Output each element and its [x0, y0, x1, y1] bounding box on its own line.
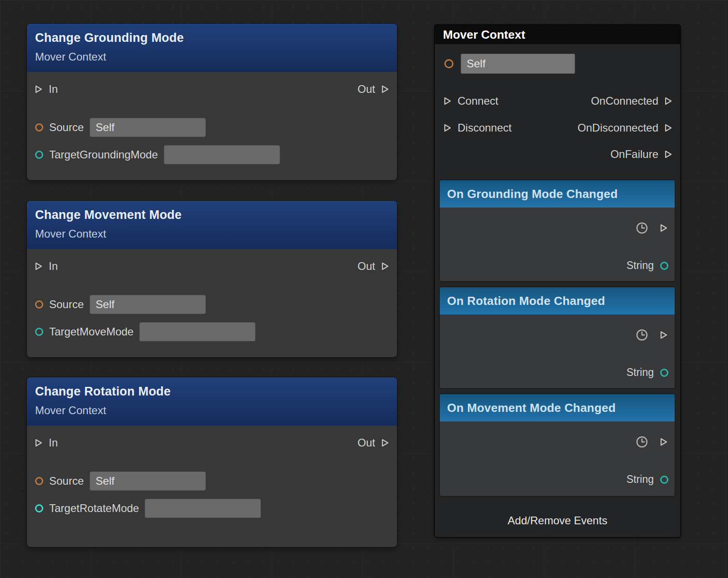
- disconnect-label: Disconnect: [458, 122, 512, 134]
- node-change-movement-mode[interactable]: Change Movement Mode Mover Context In Ou…: [27, 201, 397, 357]
- exec-in-label: In: [49, 436, 58, 449]
- target-input[interactable]: [139, 322, 255, 341]
- target-row: TargetGroundingMode: [35, 145, 280, 165]
- exec-row: In Out: [27, 81, 397, 97]
- exec-out-triangle-icon[interactable]: [381, 438, 390, 447]
- self-input[interactable]: Self: [461, 54, 575, 74]
- exec-in-triangle-icon[interactable]: [34, 85, 43, 94]
- exec-in-triangle-icon[interactable]: [34, 438, 43, 447]
- event-title: On Rotation Mode Changed: [447, 294, 605, 308]
- target-port-icon[interactable]: [35, 328, 43, 336]
- string-output-label: String: [626, 366, 654, 379]
- event-on-movement-mode-changed[interactable]: On Movement Mode Changed String: [440, 394, 675, 496]
- exec-out-port[interactable]: Out: [357, 83, 390, 96]
- source-label: Source: [49, 298, 84, 311]
- source-port-icon[interactable]: [35, 477, 43, 485]
- node-title: Change Rotation Mode: [35, 385, 389, 399]
- event-on-grounding-mode-changed[interactable]: On Grounding Mode Changed String: [440, 180, 675, 281]
- onfailure-label: OnFailure: [611, 148, 658, 161]
- node-change-grounding-mode[interactable]: Change Grounding Mode Mover Context In O…: [27, 24, 397, 180]
- graph-canvas[interactable]: Change Grounding Mode Mover Context In O…: [0, 0, 728, 578]
- exec-out-triangle-icon[interactable]: [664, 96, 673, 106]
- event-exec-row: [636, 436, 668, 448]
- target-label: TargetRotateMode: [49, 502, 139, 515]
- node-header[interactable]: Change Movement Mode Mover Context: [27, 201, 397, 249]
- event-on-rotation-mode-changed[interactable]: On Rotation Mode Changed String: [440, 287, 675, 388]
- target-input[interactable]: [145, 499, 261, 518]
- exec-out-label: Out: [357, 436, 375, 449]
- add-remove-events-button[interactable]: Add/Remove Events: [435, 514, 680, 527]
- source-port-icon[interactable]: [35, 300, 43, 309]
- exec-row: In Out: [27, 435, 397, 451]
- exec-in-port[interactable]: In: [34, 436, 58, 449]
- event-exec-row: [636, 222, 668, 234]
- onfailure-out-port[interactable]: OnFailure: [611, 148, 673, 161]
- exec-out-triangle-icon[interactable]: [664, 123, 673, 132]
- event-header[interactable]: On Grounding Mode Changed: [440, 180, 675, 208]
- disconnect-in-port[interactable]: Disconnect: [443, 122, 512, 134]
- source-input[interactable]: Self: [90, 295, 206, 314]
- exec-out-triangle-icon[interactable]: [659, 223, 668, 233]
- string-port-icon[interactable]: [660, 476, 668, 484]
- node-header[interactable]: Change Rotation Mode Mover Context: [27, 377, 397, 426]
- ondisconnected-out-port[interactable]: OnDisconnected: [578, 122, 673, 134]
- node-header[interactable]: Change Grounding Mode Mover Context: [27, 24, 397, 72]
- event-output-row: String: [626, 259, 668, 272]
- self-port-icon[interactable]: [444, 59, 453, 68]
- target-input[interactable]: [164, 145, 280, 164]
- string-output-label: String: [626, 259, 654, 272]
- event-output-row: String: [626, 473, 668, 486]
- node-subtitle: Mover Context: [35, 404, 389, 417]
- exec-out-port[interactable]: Out: [357, 436, 390, 449]
- event-exec-row: [636, 329, 668, 341]
- source-label: Source: [49, 121, 84, 134]
- exec-out-label: Out: [357, 260, 375, 273]
- source-row: Source Self: [35, 471, 206, 491]
- node-change-rotation-mode[interactable]: Change Rotation Mode Mover Context In Ou…: [27, 377, 397, 547]
- source-row: Source Self: [35, 117, 206, 137]
- node-title: Mover Context: [443, 28, 525, 42]
- source-port-icon[interactable]: [35, 123, 43, 132]
- source-label: Source: [49, 475, 84, 487]
- exec-out-triangle-icon[interactable]: [381, 262, 390, 271]
- exec-out-port[interactable]: Out: [357, 260, 390, 273]
- exec-out-triangle-icon[interactable]: [659, 330, 668, 340]
- exec-out-label: Out: [357, 83, 375, 96]
- node-header[interactable]: Mover Context: [435, 25, 680, 44]
- exec-in-label: In: [49, 260, 58, 273]
- exec-in-port[interactable]: In: [34, 83, 58, 96]
- target-port-icon[interactable]: [35, 504, 43, 512]
- source-input[interactable]: Self: [90, 472, 206, 491]
- event-title: On Grounding Mode Changed: [447, 187, 618, 201]
- node-title: Change Grounding Mode: [35, 31, 389, 45]
- node-title: Change Movement Mode: [35, 208, 389, 222]
- exec-out-triangle-icon[interactable]: [659, 437, 668, 446]
- clock-icon: [636, 222, 648, 234]
- exec-in-port[interactable]: In: [34, 260, 58, 273]
- exec-in-triangle-icon[interactable]: [443, 123, 452, 132]
- connect-in-port[interactable]: Connect: [443, 95, 498, 107]
- target-port-icon[interactable]: [35, 151, 43, 159]
- ondisconnected-label: OnDisconnected: [578, 122, 658, 134]
- exec-in-triangle-icon[interactable]: [34, 262, 43, 271]
- exec-out-triangle-icon[interactable]: [664, 150, 673, 159]
- target-row: TargetRotateMode: [35, 498, 261, 518]
- node-subtitle: Mover Context: [35, 228, 389, 240]
- source-input[interactable]: Self: [90, 118, 206, 137]
- string-port-icon[interactable]: [660, 369, 668, 377]
- event-title: On Movement Mode Changed: [447, 401, 616, 415]
- exec-row: In Out: [27, 258, 397, 274]
- onconnected-out-port[interactable]: OnConnected: [591, 95, 673, 107]
- string-port-icon[interactable]: [660, 262, 668, 270]
- node-mover-context[interactable]: Mover Context Self Connect OnConnected D…: [435, 25, 680, 537]
- exec-in-label: In: [49, 83, 58, 96]
- clock-icon: [636, 329, 648, 341]
- event-header[interactable]: On Rotation Mode Changed: [440, 287, 675, 314]
- clock-icon: [636, 436, 648, 448]
- event-header[interactable]: On Movement Mode Changed: [440, 394, 675, 421]
- source-row: Source Self: [35, 294, 206, 314]
- exec-in-triangle-icon[interactable]: [443, 96, 452, 106]
- exec-out-triangle-icon[interactable]: [381, 85, 390, 94]
- onfailure-row: OnFailure: [435, 146, 680, 162]
- self-row: Self: [444, 54, 575, 74]
